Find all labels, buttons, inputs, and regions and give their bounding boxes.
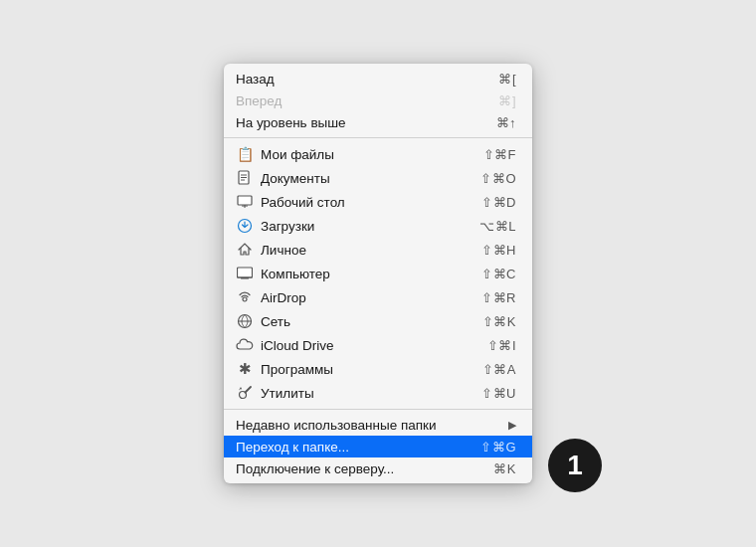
myfiles-shortcut: ⇧⌘F bbox=[483, 147, 516, 162]
recent-arrow: ▶ bbox=[508, 419, 516, 432]
menu-item-computer[interactable]: Компьютер ⇧⌘C bbox=[224, 262, 532, 285]
apps-label: Программы bbox=[261, 362, 333, 377]
apps-icon: ✱ bbox=[236, 360, 254, 378]
utilities-label: Утилиты bbox=[261, 386, 314, 401]
downloads-shortcut: ⌥⌘L bbox=[479, 219, 516, 234]
menu-item-back[interactable]: Назад ⌘[ bbox=[224, 68, 532, 90]
badge-number: 1 bbox=[567, 450, 583, 481]
step-badge: 1 bbox=[548, 439, 602, 492]
airdrop-label: AirDrop bbox=[261, 290, 306, 305]
icloud-icon bbox=[236, 336, 254, 354]
computer-shortcut: ⇧⌘C bbox=[481, 267, 516, 281]
home-shortcut: ⇧⌘H bbox=[481, 243, 516, 258]
menu-item-recent[interactable]: Недавно использованные папки ▶ bbox=[224, 414, 532, 436]
downloads-icon bbox=[236, 217, 254, 235]
menu-item-home[interactable]: Личное ⇧⌘H bbox=[224, 238, 532, 262]
forward-shortcut: ⌘] bbox=[498, 93, 516, 108]
svg-line-15 bbox=[246, 387, 252, 393]
menu-item-myfiles[interactable]: 📋 Мои файлы ⇧⌘F bbox=[224, 142, 532, 166]
menu-item-up[interactable]: На уровень выше ⌘↑ bbox=[224, 111, 532, 133]
menu-item-network[interactable]: Сеть ⇧⌘K bbox=[224, 309, 532, 333]
menu-item-documents[interactable]: Документы ⇧⌘O bbox=[224, 166, 532, 190]
downloads-label: Загрузки bbox=[261, 219, 314, 234]
network-label: Сеть bbox=[261, 314, 290, 329]
svg-rect-10 bbox=[241, 277, 249, 279]
svg-point-11 bbox=[243, 297, 247, 301]
home-icon bbox=[236, 241, 254, 259]
desktop-icon bbox=[236, 193, 254, 211]
apps-shortcut: ⇧⌘A bbox=[482, 362, 516, 377]
computer-icon bbox=[236, 265, 254, 282]
recent-label: Недавно использованные папки bbox=[236, 418, 436, 433]
home-label: Личное bbox=[261, 243, 306, 258]
airdrop-shortcut: ⇧⌘R bbox=[481, 290, 516, 305]
utilities-shortcut: ⇧⌘U bbox=[481, 386, 516, 401]
airdrop-icon bbox=[236, 288, 254, 306]
network-icon bbox=[236, 312, 254, 330]
goto-shortcut: ⇧⌘G bbox=[480, 440, 516, 455]
menu-item-icloud[interactable]: iCloud Drive ⇧⌘I bbox=[224, 333, 532, 357]
documents-icon bbox=[236, 169, 254, 187]
goto-label: Переход к папке... bbox=[236, 440, 349, 455]
myfiles-label: Мои файлы bbox=[261, 147, 334, 162]
documents-label: Документы bbox=[261, 171, 330, 186]
menu-item-server[interactable]: Подключение к серверу... ⌘K bbox=[224, 457, 532, 479]
desktop-label: Рабочий стол bbox=[261, 195, 345, 210]
menu-item-apps[interactable]: ✱ Программы ⇧⌘A bbox=[224, 357, 532, 381]
forward-label: Вперед bbox=[236, 93, 282, 108]
icloud-label: iCloud Drive bbox=[261, 338, 334, 353]
back-label: Назад bbox=[236, 72, 275, 87]
utilities-icon bbox=[236, 384, 254, 402]
back-shortcut: ⌘[ bbox=[498, 72, 516, 87]
divider-1 bbox=[224, 137, 532, 138]
menu-item-airdrop[interactable]: AirDrop ⇧⌘R bbox=[224, 285, 532, 309]
svg-rect-8 bbox=[238, 268, 253, 277]
svg-rect-4 bbox=[238, 196, 252, 205]
menu-item-downloads[interactable]: Загрузки ⌥⌘L bbox=[224, 214, 532, 238]
divider-2 bbox=[224, 409, 532, 410]
server-shortcut: ⌘K bbox=[493, 461, 516, 476]
desktop-shortcut: ⇧⌘D bbox=[481, 195, 516, 210]
server-label: Подключение к серверу... bbox=[236, 461, 394, 476]
menu-item-forward[interactable]: Вперед ⌘] bbox=[224, 90, 532, 111]
network-shortcut: ⇧⌘K bbox=[482, 314, 516, 329]
up-shortcut: ⌘↑ bbox=[496, 115, 517, 130]
computer-label: Компьютер bbox=[261, 267, 330, 281]
menu-item-utilities[interactable]: Утилиты ⇧⌘U bbox=[224, 381, 532, 405]
myfiles-icon: 📋 bbox=[236, 145, 254, 163]
icloud-shortcut: ⇧⌘I bbox=[487, 338, 516, 353]
documents-shortcut: ⇧⌘O bbox=[480, 171, 516, 186]
menu-item-goto[interactable]: Переход к папке... ⇧⌘G bbox=[224, 436, 532, 457]
up-label: На уровень выше bbox=[236, 115, 346, 130]
menu-item-desktop[interactable]: Рабочий стол ⇧⌘D bbox=[224, 190, 532, 214]
context-menu: Назад ⌘[ Вперед ⌘] На уровень выше ⌘↑ 📋 … bbox=[224, 64, 532, 483]
